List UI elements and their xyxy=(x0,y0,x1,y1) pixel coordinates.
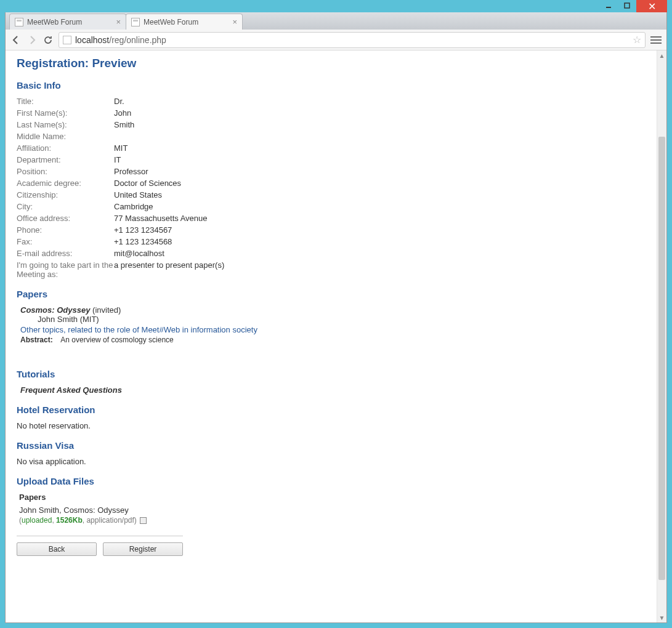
page-icon xyxy=(15,18,23,26)
page-title: Registration: Preview xyxy=(17,57,646,70)
tab-close-icon[interactable]: × xyxy=(116,18,121,26)
section-heading-visa: Russian Visa xyxy=(17,440,646,451)
info-label: Fax: xyxy=(17,237,114,246)
info-value: a presenter to present paper(s) xyxy=(114,260,646,279)
info-label: City: xyxy=(17,202,114,211)
browser-toolbar: localhost/reg/online.php ☆ xyxy=(6,30,666,50)
info-label: Citizenship: xyxy=(17,190,114,199)
upload-file-meta: (uploaded, 1526Kb, application/pdf) xyxy=(19,516,646,525)
file-icon[interactable] xyxy=(140,517,147,524)
scroll-thumb[interactable] xyxy=(658,137,665,580)
tab-title: MeetWeb Forum xyxy=(144,18,198,26)
section-heading-uploads: Upload Data Files xyxy=(17,476,646,486)
info-value: IT xyxy=(114,155,646,164)
info-value: United States xyxy=(114,190,646,199)
info-label: Academic degree: xyxy=(17,179,114,188)
register-button[interactable]: Register xyxy=(103,542,183,556)
browser-tab[interactable]: MeetWeb Forum × xyxy=(9,14,126,30)
page-icon xyxy=(131,18,140,26)
info-label: Title: xyxy=(17,97,114,106)
visa-text: No visa application. xyxy=(17,457,646,466)
paper-abstract: Abstract: An overview of cosmology scien… xyxy=(20,336,646,344)
info-value: Cambridge xyxy=(114,202,646,211)
scroll-down-arrow-icon[interactable]: ▼ xyxy=(657,613,666,622)
page-content: Registration: Preview Basic Info Title:D… xyxy=(6,50,657,622)
basic-info-table: Title:Dr.First Name(s):JohnLast Name(s):… xyxy=(17,97,646,279)
forward-button[interactable] xyxy=(26,34,38,46)
divider xyxy=(17,536,183,536)
info-value: 77 Massachusetts Avenue xyxy=(114,214,646,223)
paper-note: (invited) xyxy=(92,305,121,315)
paper-author: John Smith (MIT) xyxy=(38,315,646,324)
info-label: Affiliation: xyxy=(17,143,114,153)
info-label: Middle Name: xyxy=(17,132,114,141)
info-label: Department: xyxy=(17,155,114,164)
svg-rect-1 xyxy=(625,3,629,8)
info-label: First Name(s): xyxy=(17,108,114,118)
info-value: +1 123 1234567 xyxy=(114,225,646,235)
tab-title: MeetWeb Forum xyxy=(27,18,82,26)
paper-item: Cosmos: Odyssey (invited) John Smith (MI… xyxy=(20,305,646,344)
back-form-button[interactable]: Back xyxy=(17,542,97,556)
info-value: Dr. xyxy=(114,97,646,106)
bookmark-star-icon[interactable]: ☆ xyxy=(633,34,641,46)
info-value: mit@localhost xyxy=(114,249,646,258)
window-maximize-button[interactable] xyxy=(618,0,636,11)
upload-file-line: John Smith, Cosmos: Odyssey xyxy=(19,505,646,515)
section-heading-hotel: Hotel Reservation xyxy=(17,405,646,415)
back-button[interactable] xyxy=(10,34,22,46)
info-value xyxy=(114,132,646,141)
info-value: +1 123 1234568 xyxy=(114,237,646,246)
window-minimize-button[interactable] xyxy=(599,0,618,11)
info-label: I'm going to take part in the Meeting as… xyxy=(17,260,114,279)
button-row: Back Register xyxy=(17,542,646,556)
info-label: Phone: xyxy=(17,225,114,235)
info-value: Professor xyxy=(114,167,646,176)
address-bar[interactable]: localhost/reg/online.php ☆ xyxy=(59,32,646,48)
window-close-button[interactable]: ✕ xyxy=(636,0,667,12)
info-label: Position: xyxy=(17,167,114,176)
tab-close-icon[interactable]: × xyxy=(232,18,237,26)
info-value: Doctor of Sciences xyxy=(114,179,646,188)
info-label: Last Name(s): xyxy=(17,120,114,129)
scroll-up-arrow-icon[interactable]: ▲ xyxy=(657,50,666,60)
section-heading-basic-info: Basic Info xyxy=(17,80,646,91)
browser-menu-button[interactable] xyxy=(650,34,662,46)
section-heading-papers: Papers xyxy=(17,289,646,299)
paper-topic: Other topics, related to the role of Mee… xyxy=(20,325,646,334)
page-icon xyxy=(63,36,71,44)
info-label: E-mail address: xyxy=(17,249,114,258)
window-titlebar: ✕ xyxy=(5,0,667,12)
info-value: Smith xyxy=(114,120,646,129)
address-text: localhost/reg/online.php xyxy=(75,35,166,45)
info-label: Office address: xyxy=(17,214,114,223)
paper-title: Cosmos: Odyssey xyxy=(20,305,90,315)
reload-button[interactable] xyxy=(43,34,54,46)
tutorial-title: Frequent Asked Questions xyxy=(20,385,646,395)
info-value: MIT xyxy=(114,143,646,153)
upload-group-title: Papers xyxy=(19,493,646,502)
hotel-text: No hotel reservation. xyxy=(17,421,646,430)
browser-tabstrip: MeetWeb Forum × MeetWeb Forum × xyxy=(6,12,666,30)
vertical-scrollbar[interactable]: ▲ ▼ xyxy=(657,50,666,622)
browser-tab[interactable]: MeetWeb Forum × xyxy=(126,14,243,30)
section-heading-tutorials: Tutorials xyxy=(17,369,646,379)
info-value: John xyxy=(114,108,646,118)
